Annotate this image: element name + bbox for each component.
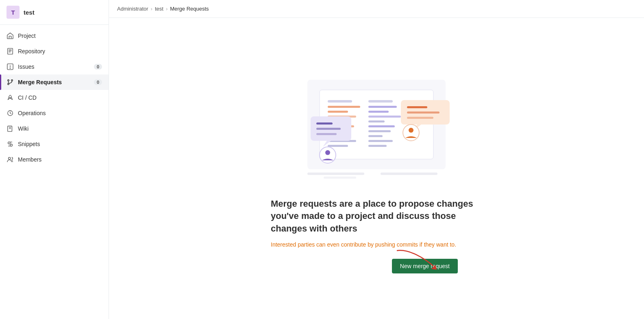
- svg-rect-32: [368, 106, 397, 108]
- home-icon: [7, 32, 14, 39]
- empty-state: Merge requests are a place to propose ch…: [109, 18, 644, 319]
- file-icon: [7, 48, 14, 55]
- svg-rect-49: [407, 111, 439, 114]
- svg-point-8: [11, 80, 13, 81]
- main-content: Administrator › test › Merge Requests: [109, 0, 644, 319]
- sidebar-item-wiki[interactable]: Wiki: [0, 121, 109, 136]
- arrow-illustration: [393, 247, 442, 271]
- sidebar-item-label: CI / CD: [18, 94, 37, 101]
- svg-rect-58: [381, 173, 437, 175]
- sidebar-header: T test: [0, 0, 109, 25]
- svg-rect-0: [8, 48, 13, 54]
- svg-rect-45: [316, 133, 337, 135]
- sidebar-item-snippets[interactable]: Snippets: [0, 136, 109, 152]
- svg-rect-31: [368, 100, 393, 103]
- sidebar-nav: Project Repository Issues 0: [0, 25, 109, 319]
- sidebar-item-project[interactable]: Project: [0, 28, 109, 44]
- svg-rect-34: [368, 116, 401, 118]
- sidebar-item-label: Members: [18, 156, 41, 163]
- snippets-icon: [7, 140, 14, 148]
- sidebar-item-label: Merge Requests: [18, 79, 62, 85]
- svg-rect-36: [368, 125, 395, 127]
- svg-rect-59: [324, 177, 356, 179]
- svg-rect-50: [407, 117, 433, 119]
- breadcrumb-administrator[interactable]: Administrator: [117, 6, 148, 12]
- sidebar-item-merge-requests[interactable]: Merge Requests 0: [0, 74, 109, 90]
- sidebar-item-operations[interactable]: Operations: [0, 105, 109, 121]
- sidebar-item-repository[interactable]: Repository: [0, 44, 109, 59]
- svg-rect-39: [368, 140, 393, 142]
- book-icon: [7, 125, 14, 132]
- breadcrumb: Administrator › test › Merge Requests: [109, 0, 644, 18]
- sidebar-item-label: Project: [18, 33, 36, 39]
- breadcrumb-sep-1: ›: [151, 6, 152, 12]
- members-icon: [7, 156, 14, 163]
- svg-rect-35: [368, 120, 385, 122]
- svg-point-14: [8, 142, 10, 144]
- svg-rect-23: [328, 111, 348, 113]
- svg-rect-22: [328, 106, 360, 108]
- svg-rect-37: [368, 130, 391, 132]
- svg-point-15: [10, 144, 12, 146]
- avatar: T: [7, 6, 20, 19]
- svg-rect-30: [328, 145, 348, 147]
- rocket-icon: [7, 94, 14, 101]
- svg-point-18: [9, 157, 11, 160]
- merge-requests-badge: 0: [94, 79, 102, 85]
- svg-rect-43: [316, 122, 333, 125]
- sidebar-item-issues[interactable]: Issues 0: [0, 59, 109, 74]
- sidebar-item-label: Wiki: [18, 125, 28, 132]
- sidebar-item-label: Repository: [18, 48, 45, 55]
- svg-rect-44: [316, 128, 341, 130]
- empty-state-text-block: Merge requests are a place to propose ch…: [271, 198, 482, 249]
- breadcrumb-sep-2: ›: [166, 6, 168, 12]
- breadcrumb-current: Merge Requests: [170, 6, 209, 12]
- sidebar-item-cicd[interactable]: CI / CD: [0, 90, 109, 105]
- svg-rect-40: [368, 145, 387, 147]
- merge-request-illustration: [283, 63, 470, 186]
- issue-icon: [7, 63, 14, 70]
- sidebar-item-label: Issues: [18, 63, 34, 70]
- svg-point-53: [325, 150, 330, 155]
- empty-state-title: Merge requests are a place to propose ch…: [271, 198, 482, 235]
- merge-icon: [7, 79, 14, 86]
- sidebar-item-label: Operations: [18, 110, 46, 116]
- sidebar-item-label: Snippets: [18, 141, 40, 147]
- svg-rect-57: [307, 173, 364, 175]
- sidebar: T test Project Repository: [0, 0, 109, 319]
- svg-rect-21: [328, 100, 352, 103]
- project-name: test: [24, 9, 35, 16]
- sidebar-item-members[interactable]: Members: [0, 152, 109, 167]
- svg-rect-48: [407, 106, 427, 108]
- svg-point-56: [409, 128, 413, 133]
- empty-state-description: Interested parties can even contribute b…: [271, 240, 482, 249]
- svg-rect-38: [368, 135, 383, 137]
- issues-badge: 0: [94, 64, 102, 70]
- svg-rect-33: [368, 111, 389, 113]
- svg-point-7: [8, 80, 9, 81]
- svg-point-6: [10, 68, 10, 68]
- operations-icon: [7, 109, 14, 117]
- breadcrumb-test[interactable]: test: [155, 6, 163, 12]
